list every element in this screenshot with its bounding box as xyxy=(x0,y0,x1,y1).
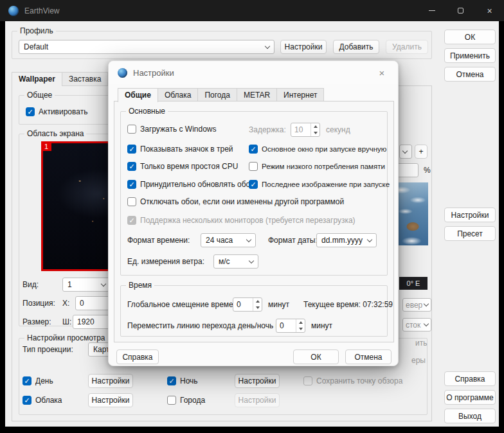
day-checkbox[interactable]: День xyxy=(22,374,53,388)
global-offset-label: Глобальное смещение времени: xyxy=(127,300,244,309)
window-controls: × xyxy=(417,0,504,21)
dialog-title: Настройки xyxy=(133,68,174,78)
clouds-settings-button[interactable]: Настройки xyxy=(88,393,133,407)
side-settings-button[interactable]: Настройки xyxy=(444,208,496,222)
help-button[interactable]: Справка xyxy=(444,371,496,386)
window-title: EarthView xyxy=(24,6,59,15)
spinner-arrows-icon xyxy=(310,123,320,136)
dialog-tab-weather[interactable]: Погода xyxy=(197,88,237,102)
time-format-label: Формат времени: xyxy=(127,236,190,245)
multi-monitor-label: Поддержка нескольких мониторов (требуетс… xyxy=(140,216,356,225)
profile-settings-button[interactable]: Настройки xyxy=(280,40,327,54)
load-with-windows-checkbox[interactable]: Загружать с Windows xyxy=(127,122,217,136)
clouds-label: Облака xyxy=(35,396,62,405)
disable-if-changed-label: Отключать обои, если они изменены другой… xyxy=(140,197,344,206)
time-group: Время Глобальное смещение времени: 0 мин… xyxy=(120,285,388,337)
chevron-down-icon xyxy=(101,281,106,286)
position-x-label: X: xyxy=(62,299,69,308)
save-viewpoint-checkbox: Сохранить точку обзора xyxy=(303,374,402,388)
profile-group-label: Профиль xyxy=(17,26,56,35)
add-view-button[interactable]: + xyxy=(415,145,428,159)
tab-wallpaper[interactable]: Wallpaper xyxy=(12,72,62,86)
basic-group: Основные Загружать с Windows Задержка: 1… xyxy=(120,111,388,276)
chevron-down-icon xyxy=(424,321,429,326)
dialog-globe-icon xyxy=(118,68,127,78)
dialog-ok-button[interactable]: ОК xyxy=(293,349,339,364)
date-format-label: Формат даты: xyxy=(268,236,318,245)
move-terminator-spinner[interactable]: 0 xyxy=(276,319,305,333)
cpu-idle-label: Только время простоя CPU xyxy=(140,162,238,171)
checkbox-icon xyxy=(249,145,258,154)
close-icon: × xyxy=(379,67,385,78)
tray-icon-label: Показывать значок в трей xyxy=(140,145,233,154)
preset-button[interactable]: Пресет xyxy=(444,226,496,241)
minimize-button[interactable] xyxy=(417,0,446,21)
checkbox-icon xyxy=(22,396,32,405)
main-window-manual-checkbox[interactable]: Основное окно при запуске вручную xyxy=(249,142,386,156)
night-settings-button[interactable]: Настройки xyxy=(235,374,280,388)
dialog-tab-clouds[interactable]: Облака xyxy=(158,88,199,102)
last-image-checkbox[interactable]: Последнее изображение при запуске xyxy=(249,177,390,191)
profile-select[interactable]: Default xyxy=(19,40,274,54)
north-combo-value: евер xyxy=(406,301,422,310)
checkbox-icon xyxy=(167,396,176,405)
cities-checkbox[interactable]: Города xyxy=(167,393,205,407)
checkbox-icon xyxy=(167,376,176,385)
close-button[interactable]: × xyxy=(475,0,504,21)
clouds-checkbox[interactable]: Облака xyxy=(22,393,62,407)
night-checkbox[interactable]: Ночь xyxy=(167,374,198,388)
chevron-down-icon xyxy=(249,258,254,263)
dialog-cancel-button[interactable]: Отмена xyxy=(345,349,392,364)
coordinate-readout: 0° E xyxy=(399,277,428,290)
view-label: Вид: xyxy=(22,280,39,289)
dialog-tab-metar[interactable]: METAR xyxy=(237,88,277,102)
checkbox-icon xyxy=(127,197,136,206)
app-globe-icon xyxy=(8,6,19,16)
date-format-select[interactable]: dd.mm.yyyy xyxy=(316,233,377,247)
exit-button[interactable]: Выход xyxy=(444,409,496,423)
checkbox-icon xyxy=(127,216,136,225)
checkbox-icon xyxy=(127,145,136,154)
profile-add-button[interactable]: Добавить xyxy=(333,40,379,54)
delay-spinner: 10 xyxy=(291,123,320,137)
activate-checkbox[interactable]: Активировать xyxy=(26,105,87,119)
low-memory-checkbox[interactable]: Режим низкого потребления памяти xyxy=(249,159,385,173)
disable-if-changed-checkbox[interactable]: Отключать обои, если они изменены другой… xyxy=(127,195,344,209)
dialog-tab-internet[interactable]: Интернет xyxy=(276,88,324,102)
time-format-value: 24 часа xyxy=(206,236,233,245)
position-x-input[interactable]: 0 xyxy=(75,296,111,310)
spinner-arrows-icon xyxy=(253,298,262,311)
dialog-tab-general[interactable]: Общие xyxy=(118,88,158,102)
hidden-combo-tail[interactable] xyxy=(399,145,412,159)
checkbox-icon xyxy=(22,376,32,385)
ok-button[interactable]: ОК xyxy=(444,30,496,44)
minutes-label-2: минут xyxy=(311,321,332,330)
dialog-tabs: Общие Облака Погода METAR Интернет xyxy=(118,88,323,102)
close-icon: × xyxy=(487,6,492,15)
time-format-select[interactable]: 24 часа xyxy=(201,233,256,247)
size-w-input[interactable]: 1920 xyxy=(73,315,111,329)
north-combo-fragment[interactable]: евер xyxy=(402,298,431,312)
dialog-help-button[interactable]: Справка xyxy=(116,349,159,364)
force-update-checkbox[interactable]: Принудительно обновлять обои xyxy=(127,177,255,191)
cpu-idle-checkbox[interactable]: Только время простоя CPU xyxy=(127,159,238,173)
day-settings-button[interactable]: Настройки xyxy=(88,374,133,388)
east-combo-fragment[interactable]: сток xyxy=(402,318,431,331)
multi-monitor-checkbox: Поддержка нескольких мониторов (требуетс… xyxy=(127,213,356,227)
checkbox-icon xyxy=(127,125,136,134)
checkbox-icon xyxy=(249,180,258,189)
wind-unit-select[interactable]: м/с xyxy=(213,254,258,269)
view-select-value: 1 xyxy=(68,280,72,289)
apply-button[interactable]: Применить xyxy=(444,48,496,63)
about-button[interactable]: О программе xyxy=(444,390,496,405)
tab-screensaver[interactable]: Заставка xyxy=(62,72,109,85)
view-select[interactable]: 1 xyxy=(62,278,111,292)
cancel-button[interactable]: Отмена xyxy=(444,67,496,82)
activate-label: Активировать xyxy=(39,107,87,116)
cities-settings-button: Настройки xyxy=(235,393,280,407)
maximize-button[interactable] xyxy=(446,0,475,21)
tray-icon-checkbox[interactable]: Показывать значок в трей xyxy=(127,142,233,156)
global-offset-spinner[interactable]: 0 xyxy=(233,297,262,312)
dialog-titlebar: Настройки xyxy=(109,61,398,84)
dialog-close-button[interactable]: × xyxy=(374,66,390,80)
